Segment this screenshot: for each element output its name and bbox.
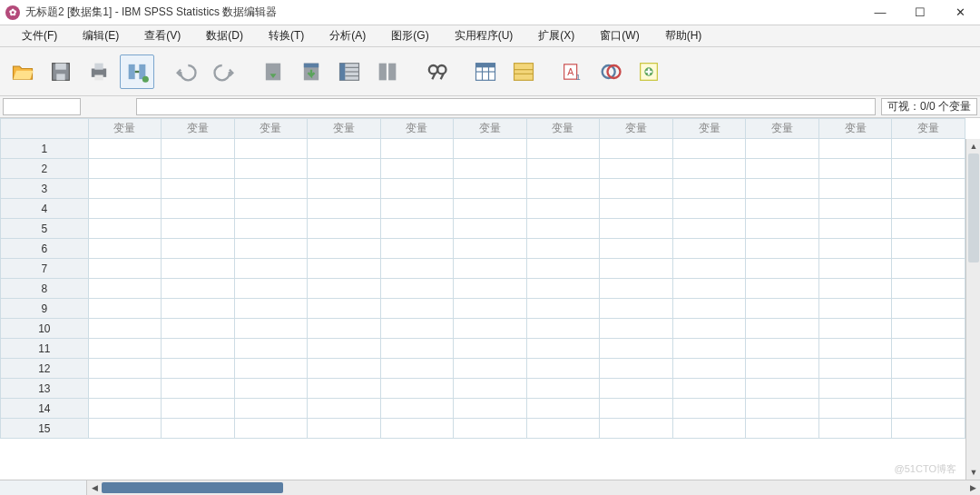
- grid-cell[interactable]: [600, 219, 673, 239]
- data-grid[interactable]: 变量变量变量变量变量变量变量变量变量变量变量变量 123456789101112…: [0, 118, 965, 439]
- grid-cell[interactable]: [308, 299, 381, 319]
- grid-cell[interactable]: [380, 159, 454, 179]
- grid-cell[interactable]: [818, 279, 892, 299]
- window-close-button[interactable]: ✕: [940, 0, 980, 25]
- scroll-up-icon[interactable]: ▲: [966, 139, 980, 153]
- grid-cell[interactable]: [380, 379, 454, 399]
- menu-edit[interactable]: 编辑(E): [70, 25, 132, 47]
- grid-cell[interactable]: [234, 419, 308, 439]
- grid-cell[interactable]: [454, 399, 527, 419]
- grid-cell[interactable]: [526, 399, 600, 419]
- grid-cell[interactable]: [672, 299, 746, 319]
- grid-cell[interactable]: [380, 299, 454, 319]
- grid-cell[interactable]: [746, 239, 819, 259]
- vertical-scroll-thumb[interactable]: [968, 153, 979, 262]
- grid-cell[interactable]: [672, 259, 746, 279]
- grid-cell[interactable]: [162, 159, 235, 179]
- grid-cell[interactable]: [88, 279, 162, 299]
- grid-cell[interactable]: [162, 179, 235, 199]
- grid-cell[interactable]: [672, 239, 746, 259]
- grid-cell[interactable]: [818, 339, 892, 359]
- grid-cell[interactable]: [88, 379, 162, 399]
- grid-cell[interactable]: [746, 219, 819, 239]
- grid-cell[interactable]: [892, 299, 965, 319]
- grid-cell[interactable]: [892, 419, 965, 439]
- grid-cell[interactable]: [818, 319, 892, 339]
- grid-cell[interactable]: [746, 259, 819, 279]
- grid-cell[interactable]: [672, 399, 746, 419]
- menu-extensions[interactable]: 扩展(X): [525, 25, 587, 47]
- grid-cell[interactable]: [234, 379, 308, 399]
- grid-cell[interactable]: [818, 419, 892, 439]
- grid-cell[interactable]: [818, 139, 892, 159]
- grid-cell[interactable]: [526, 359, 600, 379]
- menu-window[interactable]: 窗口(W): [587, 25, 652, 47]
- grid-cell[interactable]: [818, 239, 892, 259]
- menu-analyze[interactable]: 分析(A): [317, 25, 378, 47]
- menu-transform[interactable]: 转换(T): [256, 25, 317, 47]
- grid-cell[interactable]: [818, 199, 892, 219]
- redo-icon[interactable]: [207, 54, 241, 89]
- grid-cell[interactable]: [88, 199, 162, 219]
- column-header[interactable]: 变量: [234, 119, 308, 139]
- grid-cell[interactable]: [234, 179, 308, 199]
- grid-cell[interactable]: [88, 339, 162, 359]
- grid-cell[interactable]: [308, 239, 381, 259]
- row-header[interactable]: 13: [1, 379, 89, 399]
- value-labels-icon[interactable]: A1: [555, 54, 590, 89]
- select-cases-icon[interactable]: [468, 54, 503, 89]
- scroll-down-icon[interactable]: ▼: [966, 465, 980, 480]
- row-header[interactable]: 11: [1, 339, 89, 359]
- grid-cell[interactable]: [162, 419, 235, 439]
- grid-cell[interactable]: [380, 179, 454, 199]
- grid-cell[interactable]: [234, 219, 308, 239]
- window-minimize-button[interactable]: —: [860, 0, 900, 25]
- grid-cell[interactable]: [672, 279, 746, 299]
- horizontal-scroll-thumb[interactable]: [102, 482, 283, 493]
- grid-cell[interactable]: [454, 279, 527, 299]
- grid-cell[interactable]: [892, 379, 965, 399]
- scroll-right-icon[interactable]: ▶: [965, 480, 980, 495]
- grid-cell[interactable]: [162, 399, 235, 419]
- grid-cell[interactable]: [672, 319, 746, 339]
- grid-cell[interactable]: [380, 219, 454, 239]
- grid-cell[interactable]: [746, 199, 819, 219]
- grid-cell[interactable]: [88, 319, 162, 339]
- grid-cell[interactable]: [454, 159, 527, 179]
- grid-cell[interactable]: [162, 199, 235, 219]
- grid-cell[interactable]: [162, 299, 235, 319]
- menu-utilities[interactable]: 实用程序(U): [442, 25, 526, 47]
- column-header[interactable]: 变量: [88, 119, 162, 139]
- grid-cell[interactable]: [308, 399, 381, 419]
- grid-cell[interactable]: [308, 379, 381, 399]
- grid-cell[interactable]: [162, 279, 235, 299]
- goto-variable-icon[interactable]: [294, 54, 328, 89]
- grid-cell[interactable]: [600, 279, 673, 299]
- grid-cell[interactable]: [162, 139, 235, 159]
- grid-cell[interactable]: [380, 419, 454, 439]
- grid-cell[interactable]: [308, 219, 381, 239]
- grid-cell[interactable]: [672, 179, 746, 199]
- grid-cell[interactable]: [526, 419, 600, 439]
- horizontal-scrollbar[interactable]: ◀ ▶: [0, 480, 980, 495]
- grid-cell[interactable]: [892, 339, 965, 359]
- grid-cell[interactable]: [308, 179, 381, 199]
- grid-cell[interactable]: [308, 319, 381, 339]
- row-header[interactable]: 9: [1, 299, 89, 319]
- undo-icon[interactable]: [169, 54, 203, 89]
- grid-cell[interactable]: [162, 339, 235, 359]
- grid-cell[interactable]: [526, 299, 600, 319]
- vertical-scrollbar[interactable]: ▲ ▼: [965, 139, 980, 480]
- grid-cell[interactable]: [234, 399, 308, 419]
- grid-cell[interactable]: [600, 299, 673, 319]
- grid-cell[interactable]: [818, 379, 892, 399]
- open-icon[interactable]: [5, 54, 40, 89]
- grid-cell[interactable]: [380, 359, 454, 379]
- grid-cell[interactable]: [892, 179, 965, 199]
- grid-cell[interactable]: [526, 319, 600, 339]
- column-header[interactable]: 变量: [526, 119, 600, 139]
- menu-view[interactable]: 查看(V): [132, 25, 193, 47]
- grid-cell[interactable]: [526, 259, 600, 279]
- grid-cell[interactable]: [234, 199, 308, 219]
- grid-cell[interactable]: [600, 139, 673, 159]
